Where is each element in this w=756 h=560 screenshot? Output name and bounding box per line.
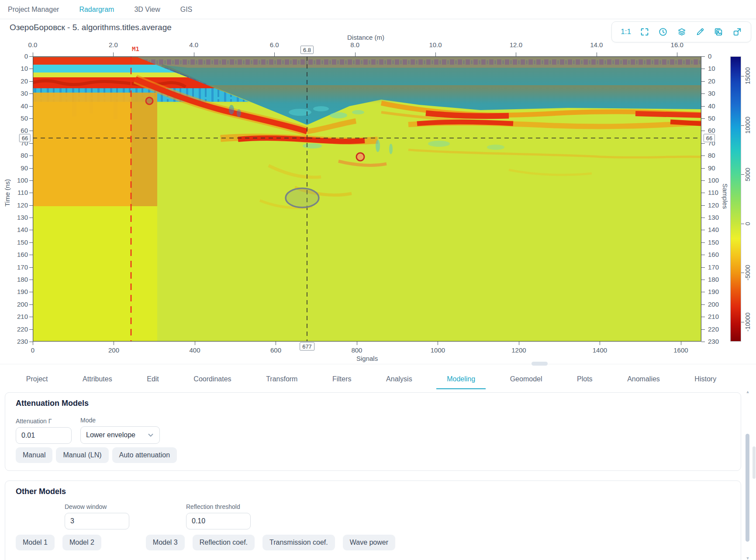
- colorbar-tick-mark: [741, 125, 744, 126]
- divider-drag-handle[interactable]: [532, 362, 548, 366]
- scroll-up-arrow[interactable]: ▲: [746, 390, 750, 394]
- model-1-button[interactable]: Model 1: [16, 535, 55, 550]
- nav-item-gis[interactable]: GIS: [180, 6, 193, 14]
- x-tick-mark: [516, 52, 516, 56]
- manual-button[interactable]: Manual: [16, 447, 52, 463]
- y-right-tick-label: 160: [708, 251, 725, 258]
- y-left-tick-label: 100: [12, 176, 28, 184]
- y-left-tick-label: 40: [12, 102, 28, 110]
- model-3-button[interactable]: Model 3: [146, 535, 185, 550]
- y-left-tick-label: 120: [12, 201, 28, 209]
- manual-ln--button[interactable]: Manual (LN): [56, 447, 108, 463]
- colorbar-tick-mark: [741, 76, 744, 76]
- x-tick-label: 12.0: [505, 41, 527, 48]
- tab-project[interactable]: Project: [24, 370, 51, 388]
- tab-plots[interactable]: Plots: [574, 370, 595, 388]
- tab-modeling[interactable]: Modeling: [444, 370, 478, 388]
- y-left-tick-label: 110: [12, 189, 28, 196]
- tab-analysis[interactable]: Analysis: [383, 370, 415, 388]
- scrollbar-thumb[interactable]: [746, 434, 749, 542]
- zoom-1-1-button[interactable]: 1:1: [621, 28, 631, 36]
- colorbar-tick-label: -5000: [744, 255, 751, 290]
- y-right-tick-mark: [701, 280, 705, 280]
- y-left-tick-label: 90: [12, 164, 28, 172]
- y-left-tick-mark: [29, 81, 33, 82]
- y-right-tick-mark: [701, 193, 705, 193]
- scroll-down-arrow[interactable]: ▼: [746, 557, 750, 560]
- y-right-tick-mark: [701, 106, 705, 107]
- y-left-tick-mark: [29, 292, 33, 292]
- model-2-button[interactable]: Model 2: [62, 535, 101, 550]
- transmission-coef--button[interactable]: Transmission coef.: [262, 535, 335, 550]
- signal-tick-mark: [519, 342, 519, 345]
- nav-item-radargram[interactable]: Radargram: [79, 6, 114, 14]
- tab-filters[interactable]: Filters: [330, 370, 354, 388]
- colorbar-tick-label: 0: [744, 206, 751, 241]
- y-left-tick-label: 190: [12, 288, 28, 295]
- x-tick-mark: [33, 52, 33, 56]
- tab-attributes[interactable]: Attributes: [80, 370, 115, 388]
- tab-history[interactable]: History: [692, 370, 719, 388]
- y-right-tick-mark: [701, 69, 705, 69]
- x-tick-mark: [435, 52, 436, 56]
- history-clock-icon[interactable]: [658, 27, 668, 37]
- tab-anomalies[interactable]: Anomalies: [625, 370, 663, 388]
- reflection-threshold-input[interactable]: [186, 513, 251, 529]
- marker-m1-label[interactable]: M1: [132, 45, 139, 52]
- tab-coordinates[interactable]: Coordinates: [191, 370, 234, 388]
- attenuation-gamma-label: Attenuation Γ: [16, 418, 72, 425]
- signal-tick-mark: [600, 342, 600, 345]
- y-right-tick-label: 190: [708, 288, 725, 295]
- signal-tick-label: 1200: [506, 346, 532, 354]
- fullscreen-icon[interactable]: [640, 27, 649, 37]
- layers-icon[interactable]: [677, 27, 687, 37]
- mode-select[interactable]: Lower envelope: [80, 426, 160, 444]
- dewow-window-input[interactable]: [65, 513, 129, 529]
- expand-icon[interactable]: [732, 27, 742, 37]
- x-tick-label: 2.0: [102, 41, 124, 48]
- chevron-down-icon: [147, 432, 154, 439]
- crosshair-signal-box[interactable]: 677: [300, 342, 314, 351]
- x-tick-mark: [597, 52, 597, 56]
- y-right-tick-label: 180: [708, 276, 725, 283]
- nav-item-project-manager[interactable]: Project Manager: [8, 6, 59, 14]
- pencil-icon[interactable]: [695, 27, 705, 37]
- page-scrollbar-thumb[interactable]: [753, 446, 756, 479]
- attenuation-models-card: Attenuation Models Attenuation Γ Mode Lo…: [5, 392, 741, 471]
- y-left-tick-mark: [29, 242, 33, 243]
- y-left-tick-mark: [29, 329, 33, 330]
- crosshair-time-box-right[interactable]: 66: [704, 134, 715, 142]
- y-left-tick-label: 160: [12, 251, 28, 258]
- tab-geomodel[interactable]: Geomodel: [507, 370, 545, 388]
- y-right-tick-label: 60: [708, 127, 725, 134]
- snapshot-image-icon[interactable]: [714, 27, 723, 37]
- y-left-tick-label: 220: [12, 325, 28, 333]
- nav-item-3d-view[interactable]: 3D View: [134, 6, 160, 14]
- y-left-tick-mark: [29, 118, 33, 119]
- y-left-tick-mark: [29, 230, 33, 230]
- signal-tick-label: 0: [20, 346, 46, 354]
- reflection-coef--button[interactable]: Reflection coef.: [193, 535, 255, 550]
- y-left-tick-mark: [29, 280, 33, 280]
- wave-power-button[interactable]: Wave power: [343, 535, 395, 550]
- y-right-tick-mark: [701, 230, 705, 230]
- colorbar-tick-label: -10000: [744, 304, 751, 339]
- y-right-tick-label: 170: [708, 263, 725, 271]
- crosshair-time-box-left[interactable]: 66: [19, 134, 31, 142]
- tab-transform[interactable]: Transform: [263, 370, 300, 388]
- y-right-tick-label: 230: [708, 338, 725, 345]
- radargram-title: ОзероБоровск - 5. algorithms.titles.aver…: [10, 23, 172, 32]
- y-right-tick-mark: [701, 267, 705, 268]
- attenuation-gamma-input[interactable]: [16, 427, 72, 444]
- y-right-tick-mark: [701, 168, 705, 169]
- auto-attenuation-button[interactable]: Auto attenuation: [112, 447, 177, 463]
- crosshair-distance-box[interactable]: 6.8: [300, 46, 314, 54]
- plot-axes-layer: 0.02.04.06.08.010.012.014.016.0001010202…: [0, 0, 756, 369]
- y-left-tick-label: 30: [12, 90, 28, 97]
- y-left-tick-mark: [29, 267, 33, 268]
- tab-edit[interactable]: Edit: [144, 370, 162, 388]
- y-right-tick-mark: [701, 56, 705, 57]
- panel-scrollbar[interactable]: ▲ ▼: [745, 390, 750, 560]
- y-left-tick-label: 200: [12, 301, 28, 308]
- colorbar-tick-label: 5000: [744, 157, 751, 192]
